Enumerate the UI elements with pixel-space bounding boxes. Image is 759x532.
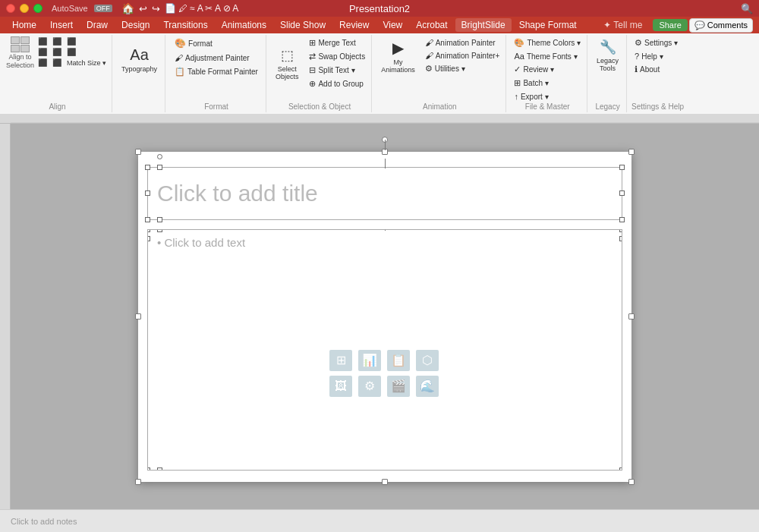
content-handle-br[interactable] <box>619 467 622 471</box>
utilities-btn[interactable]: ⚙ Utilities ▾ <box>422 62 503 75</box>
align-left-btn[interactable]: ⬛ <box>36 36 49 46</box>
insert-chart-icon[interactable]: 📊 <box>358 350 381 371</box>
comments-button[interactable]: 💬 Comments <box>689 18 753 33</box>
menu-insert[interactable]: Insert <box>44 18 79 32</box>
title-handle-bl[interactable] <box>145 217 150 222</box>
title-rotate-connector <box>385 159 386 168</box>
menu-home[interactable]: Home <box>6 18 43 32</box>
menu-design[interactable]: Design <box>115 18 156 32</box>
menu-review[interactable]: Review <box>333 18 375 32</box>
title-handle-br[interactable] <box>619 217 625 222</box>
ribbon-group-file-master: 🎨 Theme Colors ▾ Aa Theme Fonts ▾ ✓ Revi… <box>508 35 587 112</box>
selection-handle-mid-right[interactable] <box>628 313 635 320</box>
distribute-v-btn[interactable]: ⬛ <box>50 58 64 68</box>
search-icon[interactable]: 🔍 <box>741 3 753 14</box>
title-handle-bot[interactable] <box>157 217 162 222</box>
redo-icon[interactable]: ↪ <box>152 3 160 14</box>
slide-area[interactable]: Click to add title • Click to <box>11 124 759 509</box>
review-btn[interactable]: ✓ Review ▾ <box>511 63 584 76</box>
my-animations-btn[interactable]: ▶ MyAnimations <box>376 36 420 76</box>
swap-objects-btn[interactable]: ⇄ Swap Objects <box>306 50 368 63</box>
align-right-btn[interactable]: ⬛ <box>65 36 78 46</box>
title-handle-top[interactable] <box>157 165 162 170</box>
insert-icon-icon[interactable]: 🌊 <box>416 376 439 397</box>
menu-draw[interactable]: Draw <box>80 18 114 32</box>
match-size-btn[interactable]: Match Size ▾ <box>65 58 109 68</box>
menu-transitions[interactable]: Transitions <box>157 18 213 32</box>
add-to-group-btn[interactable]: ⊕ Add to Group <box>306 77 368 90</box>
content-handle-mr[interactable] <box>619 236 622 241</box>
table-format-painter-btn[interactable]: 📋 Table Format Painter <box>172 65 261 78</box>
content-handle-bot[interactable] <box>157 467 162 471</box>
settings-btn[interactable]: ⚙ Settings ▾ <box>631 36 684 49</box>
maximize-button[interactable] <box>33 4 43 13</box>
autosave-state[interactable]: OFF <box>94 5 112 12</box>
home-icon[interactable]: 🏠 <box>121 2 134 14</box>
select-objects-btn[interactable]: ⬚ SelectObjects <box>271 36 304 90</box>
title-handle-mr[interactable] <box>619 190 625 196</box>
selection-handle-bot-mid[interactable] <box>382 479 388 485</box>
align-to-selection-btn[interactable]: Align to Selection <box>6 36 34 69</box>
content-handle-top[interactable] <box>157 229 162 232</box>
selection-handle-bot-left[interactable] <box>135 479 141 485</box>
adjustment-painter-btn[interactable]: 🖌 Adjustment Painter <box>172 52 261 64</box>
title-rotate-handle[interactable] <box>157 154 162 159</box>
align-mid-btn[interactable]: ⬛ <box>50 47 64 57</box>
notes-area[interactable]: Click to add notes <box>0 509 759 532</box>
selection-handle-bot-right[interactable] <box>628 479 635 485</box>
slide[interactable]: Click to add title • Click to <box>138 152 631 482</box>
content-handle-ml[interactable] <box>147 236 150 241</box>
theme-fonts-btn[interactable]: Aa Theme Fonts ▾ <box>511 50 584 62</box>
insert-image-icon[interactable]: 🖼 <box>329 376 352 397</box>
typography-btn[interactable]: Aa Typography <box>117 36 162 82</box>
menu-view[interactable]: View <box>376 18 408 32</box>
help-btn[interactable]: ? Help ▾ <box>631 50 684 62</box>
menu-shape-format[interactable]: Shape Format <box>513 18 583 32</box>
ribbon-group-format: 🎨 Format 🖌 Adjustment Painter 📋 Table Fo… <box>167 35 266 112</box>
undo-icon[interactable]: ↩ <box>139 3 147 14</box>
content-textbox[interactable]: • Click to add text ⊞ 📊 📋 ⬡ 🖼 ⚙ 🎬 🌊 <box>147 229 622 471</box>
minimize-button[interactable] <box>20 4 29 13</box>
tell-me-label[interactable]: ✦ Tell me <box>603 20 642 30</box>
align-bot-btn[interactable]: ⬛ <box>65 47 78 57</box>
title-handle-tr[interactable] <box>619 165 625 170</box>
share-button[interactable]: Share <box>653 19 687 31</box>
insert-table-icon[interactable]: ⊞ <box>329 350 352 371</box>
menu-brightslide[interactable]: BrightSlide <box>455 18 512 32</box>
split-text-btn[interactable]: ⊟ Split Text ▾ <box>306 64 368 77</box>
close-button[interactable] <box>6 4 15 13</box>
format-btn[interactable]: 🎨 Format <box>172 36 261 50</box>
batch-btn[interactable]: ⊞ Batch ▾ <box>511 77 584 90</box>
main-area: Click to add title • Click to <box>0 124 759 509</box>
animation-painter-btn[interactable]: 🖌 Animation Painter <box>422 36 503 49</box>
export-btn[interactable]: ↑ Export ▾ <box>511 90 584 102</box>
notes-placeholder: Click to add notes <box>11 517 77 526</box>
title-textbox[interactable]: Click to add title <box>147 167 622 220</box>
animation-painter-plus-btn[interactable]: 🖌 Animation Painter+ <box>422 49 503 61</box>
selection-handle-top-left[interactable] <box>135 149 141 155</box>
insert-3d-icon[interactable]: ⬡ <box>416 350 439 371</box>
title-bar: AutoSave OFF 🏠 ↩ ↪ 📄 🖊 ≈ A ✂ A ⊘ A Prese… <box>0 0 759 17</box>
insert-online-icon[interactable]: ⚙ <box>358 376 381 397</box>
quick-access-icons: 📄 🖊 ≈ A ✂ A ⊘ A <box>165 3 239 14</box>
merge-text-btn[interactable]: ⊞ Merge Text <box>306 36 368 49</box>
theme-colors-btn[interactable]: 🎨 Theme Colors ▾ <box>511 36 584 49</box>
align-center-btn[interactable]: ⬛ <box>50 36 64 46</box>
distribute-h-btn[interactable]: ⬛ <box>36 58 49 68</box>
content-handle-bl[interactable] <box>147 467 150 471</box>
align-top-btn[interactable]: ⬛ <box>36 47 49 57</box>
insert-smartart-icon[interactable]: 📋 <box>387 350 410 371</box>
title-handle-ml[interactable] <box>145 190 150 196</box>
content-handle-tr[interactable] <box>619 229 622 232</box>
menu-bar: Home Insert Draw Design Transitions Anim… <box>0 17 759 33</box>
menu-acrobat[interactable]: Acrobat <box>410 18 453 32</box>
legacy-tools-btn[interactable]: 🔧 LegacyTools <box>592 36 623 74</box>
selection-handle-top-right[interactable] <box>628 149 635 155</box>
menu-animations[interactable]: Animations <box>216 18 272 32</box>
menu-slideshow[interactable]: Slide Show <box>274 18 332 32</box>
selection-handle-mid-left[interactable] <box>135 313 141 320</box>
content-handle-tl[interactable] <box>147 229 150 232</box>
about-btn[interactable]: ℹ About <box>631 63 684 76</box>
insert-video-icon[interactable]: 🎬 <box>387 376 410 397</box>
title-handle-tl[interactable] <box>145 165 150 170</box>
